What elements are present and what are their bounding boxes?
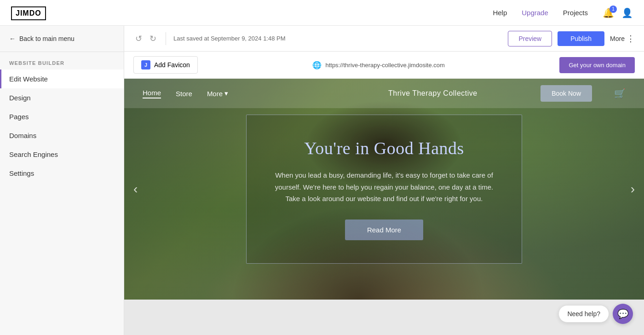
more-label: More	[610, 35, 625, 42]
favicon-icon: J	[141, 60, 150, 69]
nav-more-label: More	[207, 90, 223, 98]
preview-inner: J Add Favicon 🌐 https://thrive-therapy-c…	[124, 52, 644, 300]
book-now-button[interactable]: Book Now	[540, 85, 592, 102]
logo: JIMDO	[11, 6, 46, 20]
sidebar-item-settings[interactable]: Settings	[0, 164, 124, 183]
content-area: ↺ ↻ Last saved at September 9, 2024 1:48…	[124, 26, 644, 335]
nav-links: Home Store More ▾	[143, 89, 325, 98]
nav-help[interactable]: Help	[493, 9, 507, 17]
nav-upgrade[interactable]: Upgrade	[522, 9, 548, 17]
chevron-down-icon: ▾	[224, 89, 228, 98]
nav-more[interactable]: More ▾	[207, 89, 228, 98]
website-preview: J Add Favicon 🌐 https://thrive-therapy-c…	[124, 52, 644, 335]
undo-button[interactable]: ↺	[133, 32, 144, 46]
need-help-bubble: Need help?	[558, 305, 609, 323]
hero-subtitle: When you lead a busy, demanding life, it…	[274, 169, 494, 205]
preview-button[interactable]: Preview	[508, 31, 552, 46]
carousel-next-button[interactable]: ›	[631, 182, 635, 196]
redo-button[interactable]: ↻	[148, 32, 158, 46]
sidebar-item-edit-website[interactable]: Edit Website	[0, 69, 124, 88]
chat-support-button[interactable]: 💬	[613, 304, 633, 324]
url-area: 🌐 https://thrive-therapy-collective.jimd…	[312, 61, 444, 69]
hero-content-box: You're in Good Hands When you lead a bus…	[246, 115, 522, 264]
back-arrow-icon: ←	[9, 35, 16, 42]
favicon-label: Add Favicon	[154, 61, 190, 69]
sidebar: ← Back to main menu WEBSITE BUILDER Edit…	[0, 26, 124, 335]
back-to-main-menu[interactable]: ← Back to main menu	[0, 26, 124, 52]
notification-bell[interactable]: 🔔 1	[603, 7, 614, 18]
main-layout: ← Back to main menu WEBSITE BUILDER Edit…	[0, 26, 644, 335]
add-favicon-button[interactable]: J Add Favicon	[133, 56, 198, 74]
nav-home[interactable]: Home	[143, 89, 161, 98]
hero-section: ‹ You're in Good Hands When you lead a b…	[124, 79, 644, 300]
builder-toolbar: ↺ ↻ Last saved at September 9, 2024 1:48…	[124, 26, 644, 52]
read-more-button[interactable]: Read More	[345, 219, 423, 240]
website-nav: Home Store More ▾ Thrive Therapy Collect…	[124, 79, 644, 108]
website-content: Home Store More ▾ Thrive Therapy Collect…	[124, 79, 644, 300]
globe-icon: 🌐	[312, 61, 322, 69]
sidebar-item-search-engines[interactable]: Search Engines	[0, 145, 124, 164]
site-title: Thrive Therapy Collective	[342, 89, 524, 98]
undo-redo-group: ↺ ↻	[133, 32, 158, 46]
get-domain-button[interactable]: Get your own domain	[559, 57, 635, 73]
sidebar-item-pages[interactable]: Pages	[0, 107, 124, 126]
nav-projects[interactable]: Projects	[563, 9, 588, 17]
chat-icon: 💬	[617, 308, 629, 319]
more-dots-icon: ⋮	[627, 34, 635, 44]
sidebar-section-label: WEBSITE BUILDER	[0, 52, 124, 69]
preview-topbar: J Add Favicon 🌐 https://thrive-therapy-c…	[124, 52, 644, 79]
last-saved-label: Last saved at September 9, 2024 1:48 PM	[173, 35, 502, 42]
top-nav: JIMDO Help Upgrade Projects 🔔 1 👤	[0, 0, 644, 26]
hero-title: You're in Good Hands	[274, 138, 494, 158]
site-url: https://thrive-therapy-collective.jimdos…	[325, 62, 444, 69]
more-button[interactable]: More ⋮	[610, 34, 635, 44]
user-avatar[interactable]: 👤	[621, 7, 633, 18]
carousel-prev-button[interactable]: ‹	[133, 182, 138, 196]
nav-store[interactable]: Store	[176, 90, 192, 98]
sidebar-item-design[interactable]: Design	[0, 88, 124, 107]
notification-badge: 1	[610, 6, 617, 13]
sidebar-item-domains[interactable]: Domains	[0, 126, 124, 145]
back-label: Back to main menu	[19, 35, 75, 42]
need-help-widget: Need help? 💬	[558, 304, 633, 324]
top-nav-icons: 🔔 1 👤	[603, 7, 633, 18]
top-nav-links: Help Upgrade Projects	[493, 9, 588, 17]
publish-button[interactable]: Publish	[558, 31, 604, 46]
toolbar-divider	[166, 32, 166, 45]
cart-icon[interactable]: 🛒	[614, 88, 626, 99]
